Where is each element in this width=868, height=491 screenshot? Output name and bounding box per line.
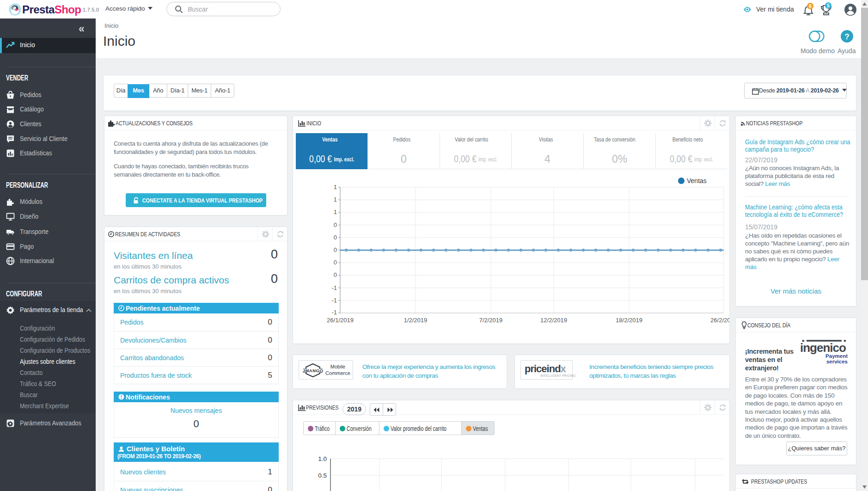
svg-text:26/1/2019: 26/1/2019	[327, 317, 354, 324]
svg-text:26/2/2019: 26/2/2019	[710, 317, 729, 324]
svg-text:7/2/2019: 7/2/2019	[479, 317, 503, 324]
svg-text:-1: -1	[331, 297, 337, 304]
svg-text:Ventas: Ventas	[687, 177, 707, 184]
svg-text:0: 0	[334, 271, 337, 278]
svg-text:6: 6	[809, 4, 812, 9]
svg-text:18/2/2019: 18/2/2019	[616, 317, 642, 324]
svg-text:12/2/2019: 12/2/2019	[540, 317, 567, 324]
svg-text:?: ?	[844, 32, 849, 41]
svg-text:0: 0	[334, 234, 337, 241]
svg-text:1: 1	[334, 209, 337, 215]
svg-text:5: 5	[827, 3, 830, 8]
svg-text:0: 0	[334, 259, 337, 266]
svg-text:1/2/2019: 1/2/2019	[404, 317, 428, 324]
svg-text:0: 0	[334, 246, 337, 253]
svg-text:1: 1	[334, 196, 337, 203]
svg-text:-1: -1	[331, 284, 337, 291]
svg-text:-1: -1	[331, 309, 337, 316]
svg-text:1.0: 1.0	[318, 455, 327, 462]
svg-text:0.5: 0.5	[318, 472, 327, 479]
svg-text:0: 0	[334, 221, 337, 228]
svg-text:1: 1	[334, 184, 337, 190]
